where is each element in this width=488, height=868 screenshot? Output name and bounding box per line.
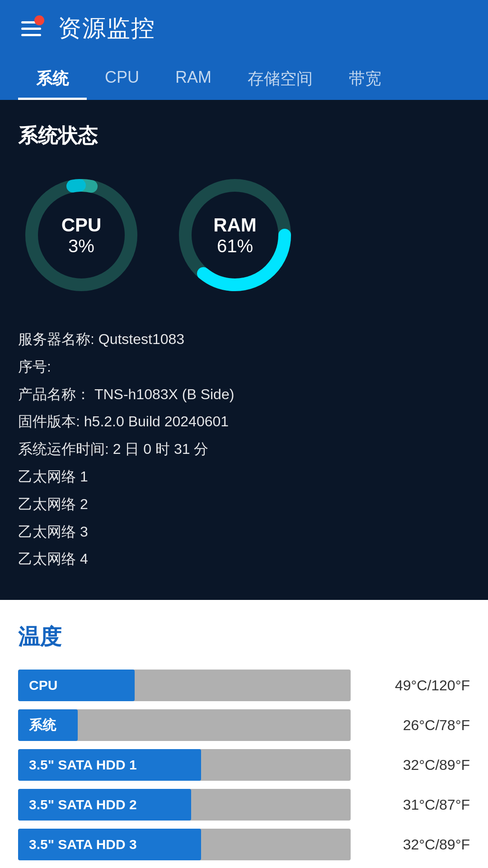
temp-bar-container: 3.5" SATA HDD 3 bbox=[18, 829, 351, 860]
product-label: 产品名称： bbox=[18, 386, 90, 402]
cpu-chart-label: CPU 3% bbox=[61, 214, 102, 256]
cpu-chart: CPU 3% bbox=[18, 172, 145, 298]
temp-bar-fill: 3.5" SATA HDD 3 bbox=[18, 829, 201, 860]
temp-row: 3.5" SATA HDD 332°C/89°F bbox=[18, 829, 470, 860]
product-value: TNS-h1083X (B Side) bbox=[94, 386, 234, 402]
firmware-label: 固件版本: bbox=[18, 413, 80, 429]
temp-value: 32°C/89°F bbox=[361, 836, 470, 853]
network1-line: 乙太网络 1 bbox=[18, 463, 470, 491]
notification-dot bbox=[34, 15, 44, 25]
serial-line: 序号: bbox=[18, 353, 470, 381]
header: 资源监控 系统 CPU RAM 存储空间 带宽 bbox=[0, 0, 488, 100]
uptime-line: 系统运作时间: 2 日 0 时 31 分 bbox=[18, 435, 470, 463]
menu-button[interactable] bbox=[18, 15, 44, 42]
tab-cpu[interactable]: CPU bbox=[87, 58, 157, 100]
firmware-value: h5.2.0 Build 20240601 bbox=[84, 413, 229, 429]
tab-bar: 系统 CPU RAM 存储空间 带宽 bbox=[18, 58, 470, 100]
ram-label: RAM bbox=[213, 214, 257, 236]
firmware-line: 固件版本: h5.2.0 Build 20240601 bbox=[18, 408, 470, 435]
cpu-value: 3% bbox=[61, 236, 102, 256]
tab-ram[interactable]: RAM bbox=[157, 58, 230, 100]
system-info: 服务器名称: Qutstest1083 序号: 产品名称： TNS-h1083X… bbox=[18, 326, 470, 573]
temp-bar-container: CPU bbox=[18, 670, 351, 701]
temperature-section: 温度 CPU49°C/120°F系统26°C/78°F3.5" SATA HDD… bbox=[0, 600, 488, 868]
temp-bar-container: 3.5" SATA HDD 2 bbox=[18, 789, 351, 821]
temperature-title: 温度 bbox=[18, 623, 470, 651]
tab-system[interactable]: 系统 bbox=[18, 58, 87, 100]
temp-row: 3.5" SATA HDD 132°C/89°F bbox=[18, 749, 470, 781]
charts-row: CPU 3% RAM 61% bbox=[18, 172, 470, 298]
uptime-value: 2 日 0 时 31 分 bbox=[113, 441, 209, 457]
temp-bar-container: 3.5" SATA HDD 1 bbox=[18, 749, 351, 781]
network3-line: 乙太网络 3 bbox=[18, 518, 470, 546]
server-name-line: 服务器名称: Qutstest1083 bbox=[18, 326, 470, 353]
network4-line: 乙太网络 4 bbox=[18, 545, 470, 573]
temp-value: 32°C/89°F bbox=[361, 757, 470, 774]
temp-row: 3.5" SATA HDD 231°C/87°F bbox=[18, 789, 470, 821]
tab-bandwidth[interactable]: 带宽 bbox=[331, 58, 399, 100]
temp-bar-fill: 系统 bbox=[18, 709, 78, 741]
page-title: 资源监控 bbox=[58, 13, 155, 44]
temp-bar-fill: 3.5" SATA HDD 2 bbox=[18, 789, 191, 821]
temp-value: 31°C/87°F bbox=[361, 797, 470, 813]
temp-row: 系统26°C/78°F bbox=[18, 709, 470, 741]
temp-value: 26°C/78°F bbox=[361, 717, 470, 734]
temp-bar-container: 系统 bbox=[18, 709, 351, 741]
temp-value: 49°C/120°F bbox=[361, 677, 470, 694]
temp-row: CPU49°C/120°F bbox=[18, 670, 470, 701]
uptime-label: 系统运作时间: bbox=[18, 441, 109, 457]
serial-label: 序号: bbox=[18, 359, 51, 375]
header-top: 资源监控 bbox=[18, 13, 470, 58]
ram-chart-label: RAM 61% bbox=[213, 214, 257, 256]
tab-storage[interactable]: 存储空间 bbox=[230, 58, 331, 100]
server-name-value: Qutstest1083 bbox=[99, 331, 184, 347]
ram-value: 61% bbox=[213, 236, 257, 256]
product-line: 产品名称： TNS-h1083X (B Side) bbox=[18, 381, 470, 408]
temperature-rows: CPU49°C/120°F系统26°C/78°F3.5" SATA HDD 13… bbox=[18, 670, 470, 860]
temp-bar-fill: CPU bbox=[18, 670, 135, 701]
cpu-label: CPU bbox=[61, 214, 102, 236]
ram-chart: RAM 61% bbox=[172, 172, 298, 298]
system-status-title: 系统状态 bbox=[18, 123, 470, 149]
server-name-label: 服务器名称: bbox=[18, 331, 94, 347]
system-status-section: 系统状态 CPU 3% bbox=[0, 100, 488, 600]
network2-line: 乙太网络 2 bbox=[18, 491, 470, 518]
temp-bar-fill: 3.5" SATA HDD 1 bbox=[18, 749, 201, 781]
